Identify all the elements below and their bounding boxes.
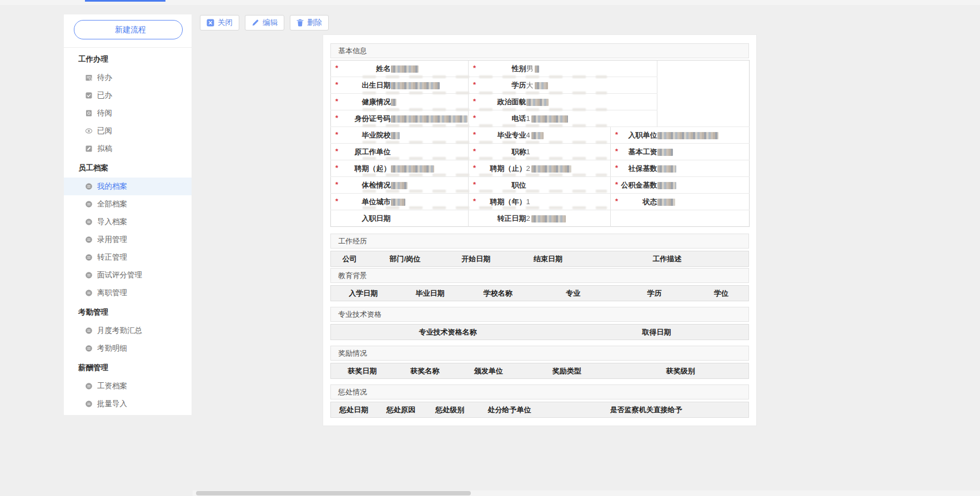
delete-icon	[296, 19, 304, 27]
table-column-header: 奖励类型	[521, 366, 612, 376]
field-label: 聘期（起）	[355, 164, 391, 173]
sidebar-item[interactable]: 拟稿	[64, 140, 192, 158]
table-header-row: 入学日期毕业日期学校名称专业学历学位	[330, 285, 749, 301]
sidebar-section-title: 薪酬管理	[64, 357, 192, 377]
sidebar-item-label: 拟稿	[97, 144, 112, 154]
redacted-value	[391, 182, 408, 189]
sidebar-item-label: 批量导入	[97, 399, 127, 409]
field-label: 单位城市	[362, 198, 391, 206]
sidebar-item[interactable]: 已阅	[64, 122, 192, 140]
sidebar-item[interactable]: 已办	[64, 87, 192, 104]
section-title: 教育背景	[338, 271, 367, 281]
field-label: 入职单位	[629, 131, 657, 139]
field-label-cell: *聘期（止）	[469, 160, 526, 177]
toolbar-button[interactable]: 编辑	[245, 15, 284, 31]
redacted-value	[391, 165, 434, 173]
section-title: 基本信息	[338, 46, 367, 56]
top-strip	[0, 0, 980, 5]
sidebar-item[interactable]: 全部档案	[64, 195, 192, 213]
table-header-row: 获奖日期获奖名称颁发单位奖励类型获奖级别	[330, 363, 749, 379]
required-asterisk: *	[335, 80, 338, 89]
sidebar-item-label: 导入档案	[97, 217, 127, 227]
eye-icon	[85, 127, 93, 135]
field-value-cell	[391, 127, 469, 144]
redacted-value	[531, 132, 544, 139]
field-label: 毕业院校	[362, 131, 391, 139]
clipboard-icon	[85, 74, 93, 82]
table-column-header: 惩处原因	[377, 405, 425, 415]
sidebar-item[interactable]: 考勤明细	[64, 340, 192, 357]
table-column-header: 部门/岗位	[369, 254, 442, 264]
section-header: 工作经历	[330, 234, 749, 249]
required-asterisk: *	[473, 80, 476, 89]
table-column-header: 颁发单位	[456, 366, 521, 376]
field-value-cell	[657, 194, 750, 210]
circle-list-icon	[85, 289, 93, 297]
sidebar-item[interactable]: 工资档案	[64, 377, 192, 395]
field-label: 学历	[512, 81, 526, 89]
field-value-cell: 1	[526, 110, 657, 127]
sidebar: 新建流程 工作办理待办已办待阅已阅拟稿员工档案我的档案全部档案导入档案录用管理转…	[64, 14, 192, 415]
table-header-row: 专业技术资格名称取得日期	[330, 324, 749, 340]
sidebar-item[interactable]: 离职管理	[64, 284, 192, 302]
detail-section: 工作经历公司部门/岗位开始日期结束日期工作描述	[330, 234, 749, 267]
horizontal-scrollbar[interactable]	[193, 490, 980, 496]
field-value-visible-prefix: 1	[526, 198, 530, 206]
sidebar-item[interactable]: 待办	[64, 69, 192, 87]
field-value-cell: 1	[526, 194, 611, 210]
sidebar-item[interactable]: 待阅	[64, 104, 192, 122]
sidebar-item[interactable]: 录用管理	[64, 231, 192, 249]
field-label: 原工作单位	[355, 148, 391, 156]
sidebar-item[interactable]: 转正管理	[64, 249, 192, 266]
section-header: 奖励情况	[330, 346, 749, 361]
draft-icon	[85, 145, 93, 153]
required-asterisk: *	[473, 197, 476, 205]
circle-list-icon	[85, 345, 93, 352]
sidebar-item[interactable]: 我的档案	[64, 178, 192, 195]
toolbar-button[interactable]: 删除	[290, 15, 329, 31]
sidebar-item[interactable]: 月度考勤汇总	[64, 322, 192, 340]
redacted-value	[531, 165, 571, 173]
table-column-header: 公司	[331, 254, 369, 264]
redacted-value	[531, 215, 566, 222]
field-label: 身份证号码	[355, 114, 391, 123]
active-tab-underline	[85, 0, 165, 2]
toolbar-button[interactable]: 关闭	[200, 15, 239, 31]
field-label: 毕业专业	[497, 131, 526, 139]
edit-icon	[252, 19, 259, 27]
section-header: 专业技术资格	[330, 307, 749, 322]
required-asterisk: *	[335, 147, 338, 155]
section-header: 惩处情况	[330, 384, 749, 399]
required-asterisk: *	[615, 180, 618, 189]
field-value-cell	[391, 144, 469, 160]
required-asterisk: *	[615, 164, 618, 172]
sidebar-item-label: 全部档案	[97, 199, 127, 209]
sidebar-item[interactable]: 面试评分管理	[64, 266, 192, 284]
doc-clock-icon	[85, 109, 93, 117]
field-value-cell	[391, 210, 469, 227]
required-asterisk: *	[615, 130, 618, 139]
field-value-visible-prefix: 男	[526, 64, 534, 73]
basic-info-form: *姓名*性别男*出生日期*学历大*健康情况*政治面貌*身份证号码*电话1*毕业院…	[330, 60, 749, 227]
sidebar-item[interactable]: 批量导入	[64, 395, 192, 413]
sidebar-item-label: 已办	[97, 90, 112, 100]
field-value-cell	[657, 144, 750, 160]
section-title: 惩处情况	[338, 387, 367, 397]
circle-list-icon	[85, 400, 93, 408]
field-value-cell	[657, 160, 750, 177]
sidebar-section-title: 员工档案	[64, 158, 192, 178]
field-label: 出生日期	[362, 81, 391, 89]
sidebar-item[interactable]: 导入档案	[64, 213, 192, 231]
new-flow-button[interactable]: 新建流程	[74, 20, 183, 39]
required-asterisk: *	[615, 147, 618, 155]
required-asterisk: *	[473, 130, 476, 139]
field-label-cell: *状态	[611, 194, 657, 210]
field-label: 健康情况	[362, 98, 391, 106]
scrollbar-thumb[interactable]	[196, 491, 471, 495]
sidebar-item-label: 待办	[97, 73, 112, 83]
required-asterisk: *	[335, 197, 338, 205]
section-title: 工作经历	[338, 236, 367, 246]
sidebar-item-label: 待阅	[97, 108, 112, 118]
field-label-cell: *毕业专业	[469, 127, 526, 144]
sidebar-item-label: 录用管理	[97, 235, 127, 245]
